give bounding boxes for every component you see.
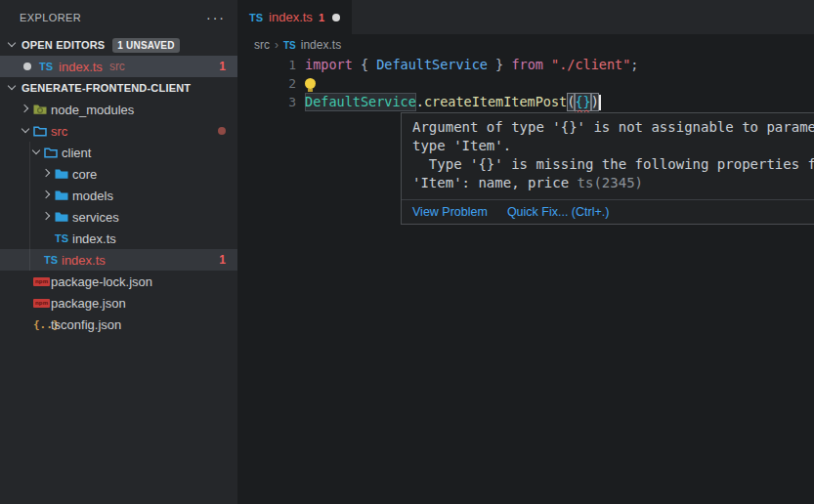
code-line-2: 2	[237, 74, 814, 93]
chevron-down-icon[interactable]	[28, 145, 44, 160]
typescript-icon: TS	[44, 254, 58, 266]
open-editors-label: OPEN EDITORS	[21, 39, 105, 51]
code-token: (	[567, 93, 575, 111]
chevron-spacer	[39, 231, 55, 246]
typescript-icon: TS	[249, 12, 263, 23]
code-token: {}	[575, 93, 590, 111]
quick-fix-link[interactable]: Quick Fix... (Ctrl+.)	[507, 205, 610, 219]
file-name: node_modules	[51, 103, 134, 117]
code-token	[543, 56, 551, 74]
code-token	[503, 56, 511, 74]
chevron-down-icon[interactable]	[18, 123, 33, 139]
chevron-down-icon[interactable]	[4, 80, 20, 96]
chevron-right-icon[interactable]	[39, 188, 55, 203]
file-name: package-lock.json	[51, 274, 152, 289]
view-problem-link[interactable]: View Problem	[412, 205, 488, 219]
tab-error-badge: 1	[319, 12, 324, 23]
typescript-icon: TS	[55, 232, 68, 244]
code-token: DefaultService	[376, 56, 488, 74]
code-token: createItemItemPost	[424, 93, 567, 111]
error-message-line: Argument of type '{}' is not assignable …	[412, 118, 814, 137]
file-name: client	[62, 146, 91, 160]
chevron-spacer	[18, 316, 33, 332]
editor-group: TS index.ts 1 src › TS index.ts 1import …	[237, 0, 814, 504]
more-actions-icon[interactable]: ···	[206, 13, 226, 22]
tree-item-node_modules[interactable]: node_modules	[0, 99, 237, 120]
open-editor-item-index.ts[interactable]: TSindex.tssrc1	[0, 56, 237, 77]
npm-icon: npm	[33, 277, 50, 286]
tooltip-actions: View ProblemQuick Fix... (Ctrl+.)	[402, 199, 814, 224]
code-token: ;	[630, 56, 638, 74]
tree-item-index.ts[interactable]: TSindex.ts1	[0, 249, 237, 271]
code-token: import	[305, 56, 353, 74]
file-name: index.ts	[59, 60, 103, 74]
breadcrumb: src › TS index.ts	[237, 34, 814, 56]
explorer-sidebar: EXPLORER ··· OPEN EDITORS 1 UNSAVED TSin…	[0, 0, 237, 504]
npm-icon: npm	[33, 299, 50, 308]
modified-dot-icon[interactable]	[23, 63, 31, 70]
file-name: index.ts	[62, 253, 106, 268]
editor-content[interactable]: 1import { DefaultService } from "./clien…	[237, 56, 814, 111]
tree-item-package-lock.json[interactable]: npmpackage-lock.json	[0, 271, 237, 292]
tab-label: index.ts	[269, 10, 313, 24]
tab-bar: TS index.ts 1	[237, 0, 814, 34]
file-name: src	[51, 124, 67, 139]
folder-icon	[55, 168, 68, 180]
error-hover-tooltip: Argument of type '{}' is not assignable …	[401, 112, 814, 225]
error-count-badge: 1	[219, 253, 226, 267]
error-count-badge: 1	[219, 60, 226, 73]
file-description: src	[109, 60, 125, 73]
chevron-spacer	[18, 273, 33, 289]
file-name: package.json	[51, 296, 126, 311]
vscode-window: EXPLORER ··· OPEN EDITORS 1 UNSAVED TSin…	[0, 0, 814, 504]
tree-item-index.ts[interactable]: TSindex.ts	[0, 228, 237, 249]
file-name: index.ts	[72, 231, 116, 246]
modified-dot-icon[interactable]	[332, 14, 340, 21]
breadcrumb-file[interactable]: index.ts	[301, 38, 341, 52]
text-cursor	[599, 95, 601, 110]
sidebar-title: EXPLORER	[20, 12, 81, 23]
code-token: DefaultService	[305, 93, 416, 111]
chevron-down-icon[interactable]	[4, 37, 20, 53]
typescript-icon: TS	[39, 61, 53, 72]
open-editors-list: TSindex.tssrc1	[0, 56, 237, 77]
tree-item-src[interactable]: src	[0, 120, 237, 142]
tree-item-package.json[interactable]: npmpackage.json	[0, 292, 237, 314]
chevron-spacer	[28, 252, 44, 268]
tab-index-ts[interactable]: TS index.ts 1	[237, 0, 352, 34]
file-name: services	[72, 210, 119, 225]
file-name: tsconfig.json	[51, 317, 121, 332]
sidebar-header: EXPLORER ···	[0, 0, 237, 34]
code-token: from	[511, 56, 543, 74]
error-code-ref: ts(2345)	[569, 175, 643, 190]
node-modules-folder-icon	[33, 104, 47, 115]
chevron-right-icon[interactable]	[18, 102, 33, 117]
error-message-line: Type '{}' is missing the following prope…	[412, 155, 814, 174]
folder-icon	[55, 211, 68, 223]
chevron-spacer	[18, 295, 33, 311]
code-token: "./client"	[551, 56, 630, 74]
quick-fix-lightbulb-icon[interactable]	[305, 78, 316, 89]
project-root-label: GENERATE-FRONTEND-CLIENT	[21, 82, 191, 94]
chevron-right-icon[interactable]	[39, 166, 55, 182]
project-root-header[interactable]: GENERATE-FRONTEND-CLIENT	[0, 77, 237, 99]
tree-item-tsconfig.json[interactable]: {..}tsconfig.json	[0, 314, 237, 335]
chevron-right-icon: ›	[275, 38, 278, 52]
file-tree: node_modulessrcclientcoremodelsservicesT…	[0, 99, 237, 335]
tree-item-client[interactable]: client	[0, 142, 237, 163]
error-message-line: 'Item': name, price ts(2345)	[412, 174, 814, 192]
tree-item-models[interactable]: models	[0, 185, 237, 206]
code-line-3: 3DefaultService.createItemItemPost({})	[237, 93, 814, 111]
code-token: }	[488, 56, 503, 74]
open-editors-header[interactable]: OPEN EDITORS 1 UNSAVED	[0, 34, 237, 56]
unsaved-badge: 1 UNSAVED	[112, 38, 179, 53]
tree-item-core[interactable]: core	[0, 163, 237, 185]
line-number: 1	[237, 56, 296, 74]
folder-open-icon	[33, 125, 47, 137]
folder-open-icon	[44, 147, 58, 158]
chevron-right-icon[interactable]	[39, 209, 55, 225]
breadcrumb-folder[interactable]: src	[254, 38, 270, 52]
folder-icon	[55, 189, 68, 201]
file-name: core	[72, 167, 97, 182]
tree-item-services[interactable]: services	[0, 206, 237, 228]
